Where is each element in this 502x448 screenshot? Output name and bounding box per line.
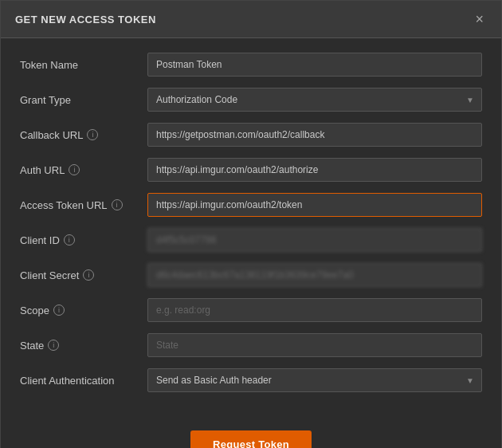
client-id-info-icon: i — [64, 234, 75, 246]
access-token-url-input[interactable] — [147, 193, 482, 217]
client-secret-row: Client Secret i — [20, 263, 482, 287]
grant-type-row: Grant Type Authorization Code Implicit P… — [20, 88, 482, 112]
modal-footer: Request Token — [1, 422, 501, 448]
grant-type-label: Grant Type — [20, 94, 147, 106]
token-name-input[interactable] — [147, 53, 482, 77]
callback-url-row: Callback URL i — [20, 123, 482, 147]
callback-url-input[interactable] — [147, 123, 482, 147]
client-secret-label: Client Secret i — [20, 269, 147, 281]
state-row: State i — [20, 333, 482, 357]
get-new-access-token-modal: GET NEW ACCESS TOKEN × Token Name Grant … — [0, 0, 502, 448]
client-id-row: Client ID i — [20, 228, 482, 252]
state-label: State i — [20, 340, 147, 352]
callback-url-label: Callback URL i — [20, 129, 147, 141]
grant-type-select-wrapper: Authorization Code Implicit Password Cre… — [147, 88, 482, 112]
auth-url-label: Auth URL i — [20, 164, 147, 176]
scope-input[interactable] — [147, 298, 482, 322]
access-token-url-info-icon: i — [112, 199, 123, 210]
state-input[interactable] — [147, 333, 482, 357]
client-id-input[interactable] — [147, 228, 482, 252]
client-auth-select-wrapper: Send as Basic Auth header Send client cr… — [147, 368, 482, 392]
access-token-url-label: Access Token URL i — [20, 199, 147, 211]
request-token-button[interactable]: Request Token — [190, 430, 312, 448]
modal-header: GET NEW ACCESS TOKEN × — [1, 1, 501, 38]
state-info-icon: i — [48, 340, 59, 351]
access-token-url-row: Access Token URL i — [20, 193, 482, 217]
grant-type-select[interactable]: Authorization Code Implicit Password Cre… — [147, 88, 482, 112]
token-name-row: Token Name — [20, 53, 482, 77]
scope-label: Scope i — [20, 305, 147, 316]
auth-url-row: Auth URL i — [20, 158, 482, 182]
auth-url-info-icon: i — [69, 164, 80, 175]
modal-body: Token Name Grant Type Authorization Code… — [1, 38, 501, 422]
client-auth-select[interactable]: Send as Basic Auth header Send client cr… — [147, 368, 482, 392]
client-id-label: Client ID i — [20, 234, 147, 246]
close-button[interactable]: × — [472, 12, 487, 26]
scope-row: Scope i — [20, 298, 482, 322]
token-name-label: Token Name — [20, 59, 147, 71]
client-auth-label: Client Authentication — [20, 375, 147, 387]
scope-info-icon: i — [53, 305, 65, 316]
callback-url-info-icon: i — [87, 129, 98, 140]
client-secret-input[interactable] — [147, 263, 482, 287]
modal-title: GET NEW ACCESS TOKEN — [15, 14, 156, 26]
client-auth-row: Client Authentication Send as Basic Auth… — [20, 368, 482, 392]
client-secret-info-icon: i — [83, 269, 94, 281]
auth-url-input[interactable] — [147, 158, 482, 182]
